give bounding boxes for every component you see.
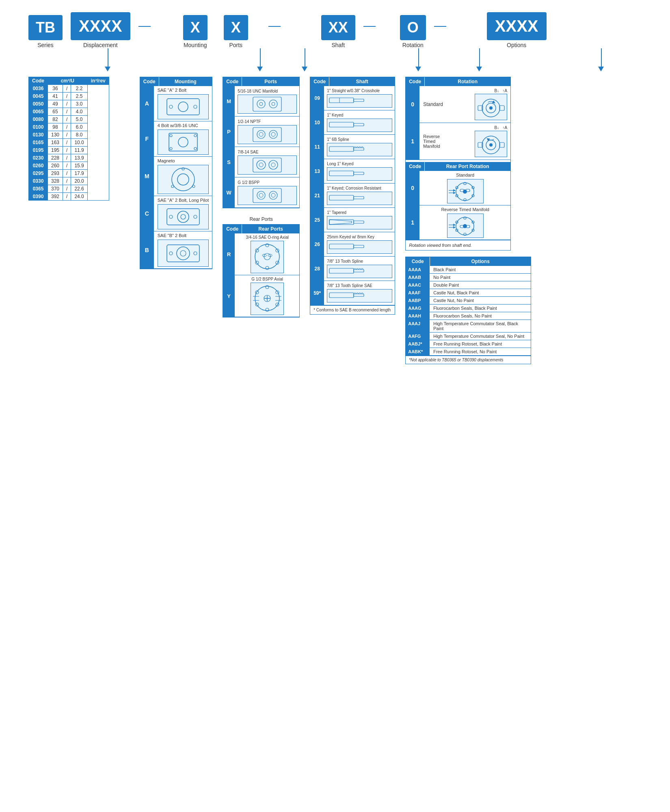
disp-cm3: 98 bbox=[48, 123, 63, 131]
rotation-desc-1: Reverse Timed Manifold bbox=[423, 134, 452, 149]
rotation-code: O bbox=[400, 15, 426, 40]
disp-code: 0165 bbox=[29, 139, 48, 147]
rpr-desc-1: Reverse Timed Manifold bbox=[441, 207, 489, 212]
option-code: AAAA bbox=[406, 266, 430, 273]
svg-point-28 bbox=[259, 102, 263, 106]
options-title: Options bbox=[430, 257, 531, 266]
disp-in3: 8.0 bbox=[71, 131, 87, 139]
header-shaft: XX Shaft bbox=[321, 15, 355, 48]
mounting-row: F 4 Bolt w/3/8-16 UNC bbox=[140, 121, 212, 157]
svg-rect-35 bbox=[253, 158, 281, 172]
shaft-row: 26 25mm Keyed w/ 8mm Key bbox=[310, 232, 395, 257]
option-code: AAAH bbox=[406, 312, 430, 320]
shaft-desc: 1" Keyed bbox=[327, 113, 392, 117]
disp-div: / bbox=[63, 193, 71, 201]
svg-point-45 bbox=[255, 244, 279, 269]
rotation-label: Rotation bbox=[402, 42, 424, 48]
rpr-code-1: 1 bbox=[406, 205, 420, 240]
svg-point-37 bbox=[269, 160, 278, 169]
option-row: AAAG Fluorocarbon Seals, Black Paint bbox=[406, 304, 531, 312]
option-desc: Castle Nut, No Paint bbox=[430, 297, 531, 304]
mount-code: C bbox=[140, 196, 154, 231]
page: TB Series XXXX Displacement X Mounting X… bbox=[0, 0, 670, 812]
displacement-code: XXXX bbox=[71, 12, 130, 40]
disp-code: 0065 bbox=[29, 108, 48, 116]
svg-point-41 bbox=[257, 191, 265, 199]
svg-point-90 bbox=[489, 106, 493, 110]
option-desc: High Temperature Commutator Seal, No Pai… bbox=[430, 333, 531, 340]
rpr-desc-0: Standard bbox=[456, 173, 474, 177]
shaft-code: 13 bbox=[310, 159, 324, 183]
mount-code: M bbox=[140, 157, 154, 196]
port-drawing bbox=[238, 95, 297, 114]
shaft-title: Shaft bbox=[329, 77, 395, 86]
svg-point-57 bbox=[266, 285, 269, 289]
series-code: TB bbox=[28, 15, 63, 40]
disp-div: / bbox=[63, 154, 71, 162]
disp-row: 0080 82 / 5.0 bbox=[29, 116, 109, 123]
mounting-row: B SAE "B" 2 Bolt bbox=[140, 231, 212, 269]
rear-port-code: R bbox=[223, 233, 235, 275]
disp-code: 0230 bbox=[29, 154, 48, 162]
shaft-drawing bbox=[327, 94, 392, 108]
mount-drawing bbox=[158, 94, 209, 119]
svg-point-10 bbox=[172, 168, 195, 191]
disp-code: 0390 bbox=[29, 193, 48, 201]
svg-rect-78 bbox=[329, 195, 354, 200]
port-drawing bbox=[238, 155, 297, 175]
svg-point-5 bbox=[178, 137, 188, 147]
svg-point-7 bbox=[194, 134, 197, 137]
svg-rect-20 bbox=[167, 245, 199, 262]
disp-row: 0365 370 / 22.6 bbox=[29, 185, 109, 193]
rear-port-drawing bbox=[251, 283, 284, 315]
shaft-drawing bbox=[327, 143, 392, 156]
disp-code: 0100 bbox=[29, 123, 48, 131]
rear-port-rot-code-header: Code bbox=[406, 162, 425, 171]
disp-code: 0080 bbox=[29, 116, 48, 123]
svg-point-38 bbox=[259, 163, 263, 167]
rear-port-code: Y bbox=[223, 275, 235, 317]
shaft-row: 11 1" 6B Spline bbox=[310, 135, 395, 159]
shaft-content: 1" Keyed; Corrosion Resistant bbox=[324, 184, 395, 207]
shaft-desc: 1" Tapered bbox=[327, 210, 392, 215]
svg-point-17 bbox=[181, 214, 186, 219]
options-code: XXXX bbox=[487, 12, 547, 40]
header-options: XXXX Options bbox=[487, 12, 547, 48]
svg-point-19 bbox=[194, 215, 197, 218]
svg-rect-75 bbox=[354, 148, 364, 150]
displacement-section: Code cm³/U in³/rev 0036 36 / 2.2 0045 41… bbox=[28, 77, 109, 201]
shaft-desc: 25mm Keyed w/ 8mm Key bbox=[327, 235, 392, 239]
disp-cm3: 328 bbox=[48, 177, 63, 185]
shaft-row: 10 1" Keyed bbox=[310, 110, 395, 135]
disp-div: / bbox=[63, 108, 71, 116]
option-desc: Double Paint bbox=[430, 281, 531, 289]
disp-cm3: 65 bbox=[48, 108, 63, 116]
option-row: AAFG High Temperature Commutator Seal, N… bbox=[406, 333, 531, 340]
shaft-drawing bbox=[327, 216, 392, 229]
svg-point-50 bbox=[266, 266, 269, 270]
port-row: M 5/16-18 UNC Manifold bbox=[223, 86, 299, 117]
disp-in3: 24.0 bbox=[71, 193, 87, 201]
disp-cm3: 392 bbox=[48, 193, 63, 201]
disp-row: 0100 98 / 6.0 bbox=[29, 123, 109, 131]
mounting-code: X bbox=[183, 15, 207, 40]
svg-point-18 bbox=[169, 215, 173, 218]
shaft-code: 21 bbox=[310, 184, 324, 207]
option-desc: Free Running Rotoset, Black Paint bbox=[430, 340, 531, 348]
svg-point-44 bbox=[271, 193, 275, 197]
shaft-code: 25 bbox=[310, 208, 324, 232]
svg-rect-70 bbox=[354, 99, 364, 102]
port-desc: G 1/2 BSPP bbox=[238, 180, 297, 185]
ports-code-header: Code bbox=[223, 77, 242, 86]
series-label: Series bbox=[37, 42, 54, 48]
disp-in3: 2.2 bbox=[71, 85, 87, 93]
port-row: P 1/2-14 NPTF bbox=[223, 117, 299, 147]
port-content: 7/8-14 SAE bbox=[235, 148, 299, 176]
disp-in3-header: in³/rev bbox=[87, 77, 109, 85]
options-code-header: Code bbox=[406, 257, 430, 266]
disp-cm3: 130 bbox=[48, 131, 63, 139]
option-row: AABJ* Free Running Rotoset, Black Paint bbox=[406, 340, 531, 348]
svg-point-13 bbox=[192, 185, 195, 188]
mount-drawing bbox=[158, 165, 209, 194]
svg-point-27 bbox=[269, 100, 277, 108]
